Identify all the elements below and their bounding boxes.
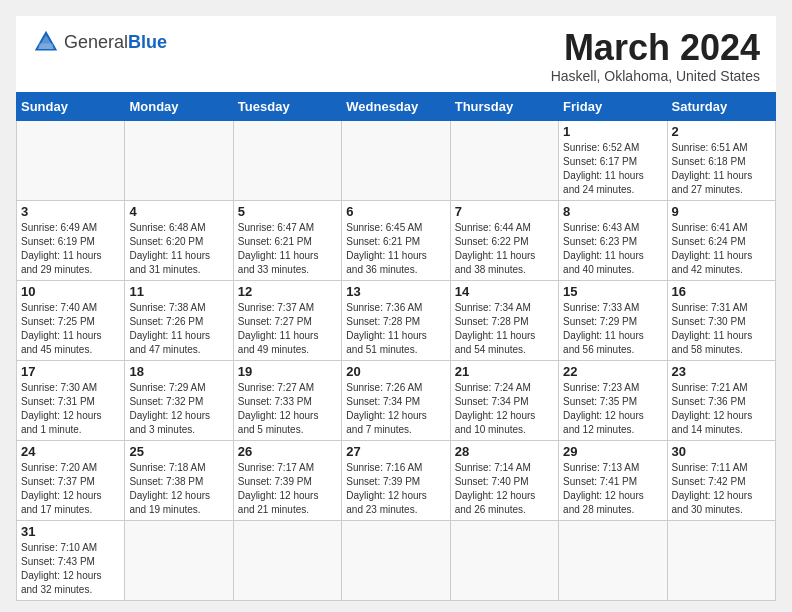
- calendar-cell: 19Sunrise: 7:27 AM Sunset: 7:33 PM Dayli…: [233, 360, 341, 440]
- calendar-week-row: 24Sunrise: 7:20 AM Sunset: 7:37 PM Dayli…: [17, 440, 776, 520]
- weekday-header: Wednesday: [342, 92, 450, 120]
- day-info: Sunrise: 7:24 AM Sunset: 7:34 PM Dayligh…: [455, 381, 554, 437]
- day-number: 31: [21, 524, 120, 539]
- calendar-cell: 8Sunrise: 6:43 AM Sunset: 6:23 PM Daylig…: [559, 200, 667, 280]
- calendar-cell: [559, 520, 667, 600]
- calendar-cell: 16Sunrise: 7:31 AM Sunset: 7:30 PM Dayli…: [667, 280, 775, 360]
- title-block: March 2024 Haskell, Oklahoma, United Sta…: [551, 28, 760, 84]
- calendar-cell: 21Sunrise: 7:24 AM Sunset: 7:34 PM Dayli…: [450, 360, 558, 440]
- calendar-cell: 25Sunrise: 7:18 AM Sunset: 7:38 PM Dayli…: [125, 440, 233, 520]
- day-info: Sunrise: 6:51 AM Sunset: 6:18 PM Dayligh…: [672, 141, 771, 197]
- day-number: 17: [21, 364, 120, 379]
- calendar-cell: 14Sunrise: 7:34 AM Sunset: 7:28 PM Dayli…: [450, 280, 558, 360]
- day-info: Sunrise: 7:36 AM Sunset: 7:28 PM Dayligh…: [346, 301, 445, 357]
- day-info: Sunrise: 7:38 AM Sunset: 7:26 PM Dayligh…: [129, 301, 228, 357]
- calendar-cell: [125, 520, 233, 600]
- calendar-table: SundayMondayTuesdayWednesdayThursdayFrid…: [16, 92, 776, 601]
- weekday-header: Tuesday: [233, 92, 341, 120]
- month-title: March 2024: [551, 28, 760, 68]
- calendar-cell: [342, 520, 450, 600]
- weekday-header: Thursday: [450, 92, 558, 120]
- weekday-header: Monday: [125, 92, 233, 120]
- calendar-cell: 27Sunrise: 7:16 AM Sunset: 7:39 PM Dayli…: [342, 440, 450, 520]
- calendar-cell: [342, 120, 450, 200]
- day-number: 28: [455, 444, 554, 459]
- day-number: 30: [672, 444, 771, 459]
- day-number: 14: [455, 284, 554, 299]
- day-info: Sunrise: 7:34 AM Sunset: 7:28 PM Dayligh…: [455, 301, 554, 357]
- day-info: Sunrise: 7:30 AM Sunset: 7:31 PM Dayligh…: [21, 381, 120, 437]
- day-number: 25: [129, 444, 228, 459]
- day-info: Sunrise: 7:27 AM Sunset: 7:33 PM Dayligh…: [238, 381, 337, 437]
- day-number: 15: [563, 284, 662, 299]
- calendar-cell: 15Sunrise: 7:33 AM Sunset: 7:29 PM Dayli…: [559, 280, 667, 360]
- day-number: 27: [346, 444, 445, 459]
- weekday-header: Friday: [559, 92, 667, 120]
- day-number: 12: [238, 284, 337, 299]
- day-info: Sunrise: 7:16 AM Sunset: 7:39 PM Dayligh…: [346, 461, 445, 517]
- calendar-cell: 28Sunrise: 7:14 AM Sunset: 7:40 PM Dayli…: [450, 440, 558, 520]
- day-number: 26: [238, 444, 337, 459]
- day-info: Sunrise: 7:18 AM Sunset: 7:38 PM Dayligh…: [129, 461, 228, 517]
- calendar-cell: 30Sunrise: 7:11 AM Sunset: 7:42 PM Dayli…: [667, 440, 775, 520]
- calendar-cell: 13Sunrise: 7:36 AM Sunset: 7:28 PM Dayli…: [342, 280, 450, 360]
- calendar-cell: 23Sunrise: 7:21 AM Sunset: 7:36 PM Dayli…: [667, 360, 775, 440]
- day-number: 24: [21, 444, 120, 459]
- day-number: 4: [129, 204, 228, 219]
- day-info: Sunrise: 6:48 AM Sunset: 6:20 PM Dayligh…: [129, 221, 228, 277]
- day-number: 11: [129, 284, 228, 299]
- day-info: Sunrise: 6:44 AM Sunset: 6:22 PM Dayligh…: [455, 221, 554, 277]
- calendar-cell: 12Sunrise: 7:37 AM Sunset: 7:27 PM Dayli…: [233, 280, 341, 360]
- calendar-cell: 3Sunrise: 6:49 AM Sunset: 6:19 PM Daylig…: [17, 200, 125, 280]
- day-info: Sunrise: 7:17 AM Sunset: 7:39 PM Dayligh…: [238, 461, 337, 517]
- day-number: 18: [129, 364, 228, 379]
- svg-rect-2: [39, 43, 53, 49]
- calendar-cell: [125, 120, 233, 200]
- calendar-cell: 4Sunrise: 6:48 AM Sunset: 6:20 PM Daylig…: [125, 200, 233, 280]
- calendar-cell: 24Sunrise: 7:20 AM Sunset: 7:37 PM Dayli…: [17, 440, 125, 520]
- day-info: Sunrise: 7:10 AM Sunset: 7:43 PM Dayligh…: [21, 541, 120, 597]
- calendar-cell: 11Sunrise: 7:38 AM Sunset: 7:26 PM Dayli…: [125, 280, 233, 360]
- day-number: 6: [346, 204, 445, 219]
- calendar-cell: 29Sunrise: 7:13 AM Sunset: 7:41 PM Dayli…: [559, 440, 667, 520]
- location: Haskell, Oklahoma, United States: [551, 68, 760, 84]
- calendar-week-row: 1Sunrise: 6:52 AM Sunset: 6:17 PM Daylig…: [17, 120, 776, 200]
- logo: GeneralBlue: [32, 28, 167, 56]
- logo-text: GeneralBlue: [64, 33, 167, 51]
- day-info: Sunrise: 7:20 AM Sunset: 7:37 PM Dayligh…: [21, 461, 120, 517]
- day-info: Sunrise: 7:13 AM Sunset: 7:41 PM Dayligh…: [563, 461, 662, 517]
- day-info: Sunrise: 7:33 AM Sunset: 7:29 PM Dayligh…: [563, 301, 662, 357]
- calendar-cell: [450, 520, 558, 600]
- calendar-cell: [450, 120, 558, 200]
- calendar-cell: [233, 120, 341, 200]
- calendar-cell: 17Sunrise: 7:30 AM Sunset: 7:31 PM Dayli…: [17, 360, 125, 440]
- day-info: Sunrise: 7:31 AM Sunset: 7:30 PM Dayligh…: [672, 301, 771, 357]
- calendar-cell: [17, 120, 125, 200]
- day-info: Sunrise: 7:26 AM Sunset: 7:34 PM Dayligh…: [346, 381, 445, 437]
- day-number: 9: [672, 204, 771, 219]
- calendar-page: GeneralBlue March 2024 Haskell, Oklahoma…: [16, 16, 776, 601]
- day-info: Sunrise: 7:14 AM Sunset: 7:40 PM Dayligh…: [455, 461, 554, 517]
- logo-icon: [32, 28, 60, 56]
- day-info: Sunrise: 7:21 AM Sunset: 7:36 PM Dayligh…: [672, 381, 771, 437]
- day-info: Sunrise: 7:11 AM Sunset: 7:42 PM Dayligh…: [672, 461, 771, 517]
- day-info: Sunrise: 7:29 AM Sunset: 7:32 PM Dayligh…: [129, 381, 228, 437]
- day-info: Sunrise: 7:23 AM Sunset: 7:35 PM Dayligh…: [563, 381, 662, 437]
- calendar-cell: 31Sunrise: 7:10 AM Sunset: 7:43 PM Dayli…: [17, 520, 125, 600]
- calendar-cell: 6Sunrise: 6:45 AM Sunset: 6:21 PM Daylig…: [342, 200, 450, 280]
- day-number: 10: [21, 284, 120, 299]
- day-info: Sunrise: 7:40 AM Sunset: 7:25 PM Dayligh…: [21, 301, 120, 357]
- day-number: 19: [238, 364, 337, 379]
- day-number: 5: [238, 204, 337, 219]
- calendar-week-row: 17Sunrise: 7:30 AM Sunset: 7:31 PM Dayli…: [17, 360, 776, 440]
- calendar-cell: 10Sunrise: 7:40 AM Sunset: 7:25 PM Dayli…: [17, 280, 125, 360]
- day-number: 29: [563, 444, 662, 459]
- day-info: Sunrise: 6:41 AM Sunset: 6:24 PM Dayligh…: [672, 221, 771, 277]
- calendar-cell: 22Sunrise: 7:23 AM Sunset: 7:35 PM Dayli…: [559, 360, 667, 440]
- day-number: 16: [672, 284, 771, 299]
- day-number: 20: [346, 364, 445, 379]
- weekday-header: Saturday: [667, 92, 775, 120]
- day-info: Sunrise: 6:43 AM Sunset: 6:23 PM Dayligh…: [563, 221, 662, 277]
- calendar-cell: 5Sunrise: 6:47 AM Sunset: 6:21 PM Daylig…: [233, 200, 341, 280]
- calendar-cell: [233, 520, 341, 600]
